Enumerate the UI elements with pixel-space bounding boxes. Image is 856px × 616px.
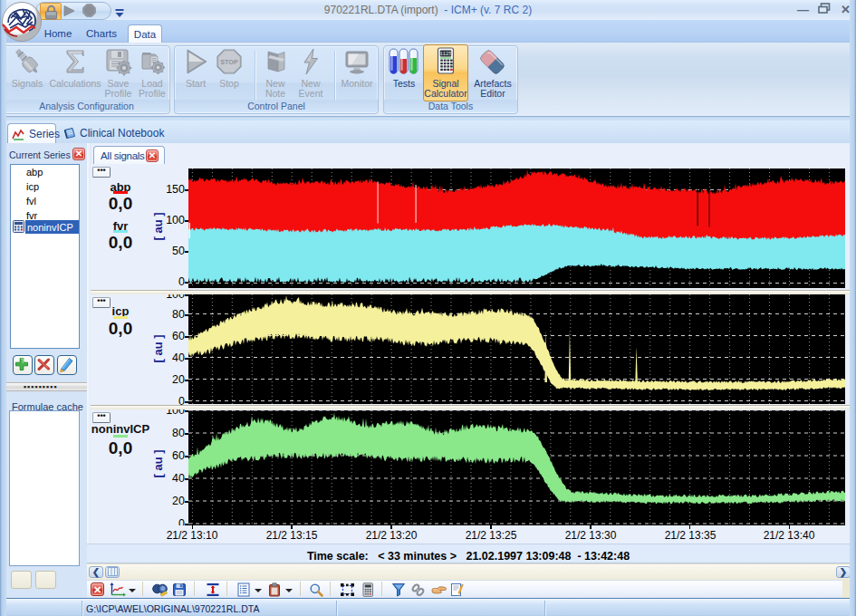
- svg-text:1125: 1125: [439, 51, 451, 57]
- svg-text:STOP: STOP: [220, 58, 238, 66]
